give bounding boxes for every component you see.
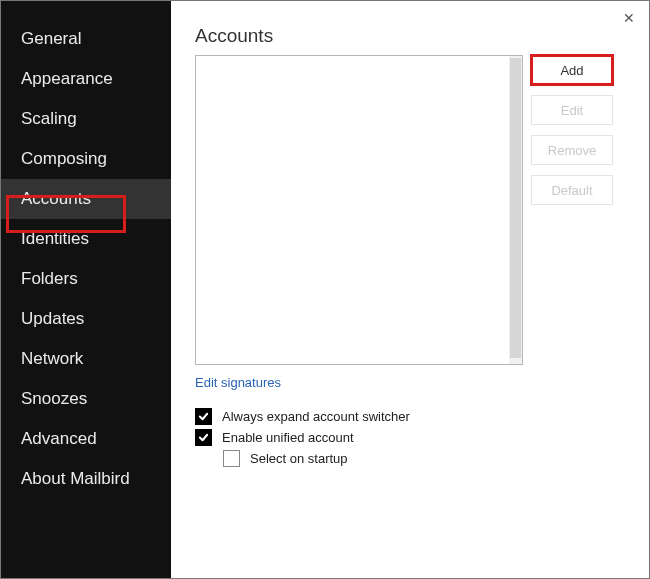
sidebar-item-appearance[interactable]: Appearance: [1, 59, 171, 99]
sidebar-item-snoozes[interactable]: Snoozes: [1, 379, 171, 419]
checkbox-group: Always expand account switcher Enable un…: [195, 408, 625, 467]
close-button[interactable]: ✕: [623, 11, 635, 25]
sidebar-item-composing[interactable]: Composing: [1, 139, 171, 179]
sidebar-item-scaling[interactable]: Scaling: [1, 99, 171, 139]
settings-sidebar: General Appearance Scaling Composing Acc…: [1, 1, 171, 578]
sidebar-item-general[interactable]: General: [1, 19, 171, 59]
page-title: Accounts: [195, 25, 625, 47]
edit-signatures-link[interactable]: Edit signatures: [195, 375, 281, 390]
scrollbar-thumb[interactable]: [510, 58, 521, 358]
settings-content: Accounts Add Edit Remove Default Edit si…: [171, 1, 649, 578]
checkbox-row-always-expand: Always expand account switcher: [195, 408, 625, 425]
edit-button: Edit: [531, 95, 613, 125]
checkbox-label: Select on startup: [250, 451, 348, 466]
accounts-row: Add Edit Remove Default: [195, 55, 625, 365]
checkbox-row-select-on-startup: Select on startup: [223, 450, 625, 467]
checkbox-label: Enable unified account: [222, 430, 354, 445]
sidebar-item-accounts[interactable]: Accounts: [1, 179, 171, 219]
sidebar-item-updates[interactable]: Updates: [1, 299, 171, 339]
sidebar-item-advanced[interactable]: Advanced: [1, 419, 171, 459]
settings-dialog: ✕ General Appearance Scaling Composing A…: [0, 0, 650, 579]
add-button[interactable]: Add: [531, 55, 613, 85]
check-icon: [198, 432, 209, 443]
sidebar-item-network[interactable]: Network: [1, 339, 171, 379]
sidebar-item-identities[interactable]: Identities: [1, 219, 171, 259]
account-buttons-column: Add Edit Remove Default: [531, 55, 613, 365]
default-button: Default: [531, 175, 613, 205]
check-icon: [198, 411, 209, 422]
accounts-listbox[interactable]: [195, 55, 523, 365]
sidebar-item-folders[interactable]: Folders: [1, 259, 171, 299]
sidebar-item-about-mailbird[interactable]: About Mailbird: [1, 459, 171, 499]
checkbox-always-expand[interactable]: [195, 408, 212, 425]
remove-button: Remove: [531, 135, 613, 165]
checkbox-row-enable-unified: Enable unified account: [195, 429, 625, 446]
checkbox-enable-unified[interactable]: [195, 429, 212, 446]
checkbox-select-on-startup[interactable]: [223, 450, 240, 467]
checkbox-label: Always expand account switcher: [222, 409, 410, 424]
